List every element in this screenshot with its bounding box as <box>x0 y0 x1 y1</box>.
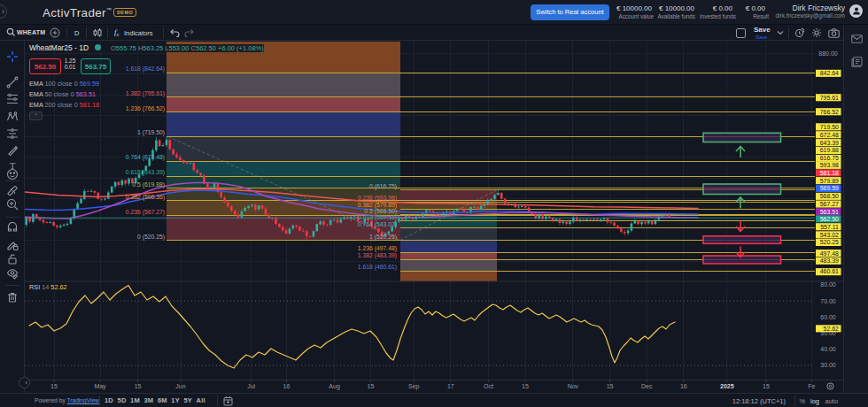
svg-text:569.59: 569.59 <box>820 185 839 191</box>
svg-text:0 (520.25): 0 (520.25) <box>137 234 165 241</box>
svg-text:795.61: 795.61 <box>820 95 839 101</box>
svg-text:Oct: Oct <box>484 383 493 389</box>
svg-text:16: 16 <box>283 383 291 389</box>
svg-text:Nov: Nov <box>568 383 579 389</box>
svg-text:15: 15 <box>763 383 770 389</box>
svg-text:Jun: Jun <box>175 383 185 389</box>
svg-text:568.50: 568.50 <box>820 193 839 199</box>
svg-text:1.618 (842.64): 1.618 (842.64) <box>126 65 165 73</box>
svg-text:672.48: 672.48 <box>820 132 839 138</box>
svg-text:80.00: 80.00 <box>820 281 836 288</box>
svg-text:52.62: 52.62 <box>824 326 839 332</box>
svg-text:0.618 (643.39): 0.618 (643.39) <box>126 169 165 176</box>
svg-text:0.764 (672.48): 0.764 (672.48) <box>126 154 165 161</box>
svg-text:562.50: 562.50 <box>820 216 839 222</box>
svg-text:1.236 (766.52): 1.236 (766.52) <box>126 105 165 112</box>
svg-text:0 (616.75): 0 (616.75) <box>369 183 397 190</box>
svg-text:880.00: 880.00 <box>818 50 838 57</box>
svg-text:0.618 (557.11): 0.618 (557.11) <box>358 214 397 221</box>
svg-text:15: 15 <box>135 383 142 389</box>
svg-text:483.39: 483.39 <box>820 257 839 264</box>
svg-text:579.89: 579.89 <box>820 178 839 184</box>
svg-text:643.39: 643.39 <box>820 140 839 146</box>
svg-text:1.382 (483.39): 1.382 (483.39) <box>358 252 397 259</box>
svg-text:460.61: 460.61 <box>820 268 839 274</box>
svg-text:497.48: 497.48 <box>820 250 839 257</box>
svg-text:30.00: 30.00 <box>820 362 836 368</box>
svg-text:619.88: 619.88 <box>820 147 839 153</box>
svg-text:70.00: 70.00 <box>820 298 836 304</box>
svg-text:593.98: 593.98 <box>820 162 839 168</box>
svg-text:1 (719.50): 1 (719.50) <box>137 129 165 136</box>
svg-text:May: May <box>94 383 106 390</box>
svg-text:766.52: 766.52 <box>820 109 839 115</box>
svg-text:563.51: 563.51 <box>820 209 839 215</box>
svg-text:0.5 (619.88): 0.5 (619.88) <box>132 181 165 188</box>
svg-text:0.764 (543.02): 0.764 (543.02) <box>358 221 397 228</box>
svg-text:Jul: Jul <box>247 383 255 389</box>
svg-text:40.00: 40.00 <box>820 346 836 352</box>
svg-text:16: 16 <box>680 383 687 389</box>
svg-text:581.18: 581.18 <box>820 170 839 176</box>
svg-text:1.236 (497.48): 1.236 (497.48) <box>358 245 397 252</box>
svg-text:Aug: Aug <box>329 383 340 390</box>
svg-text:0.236 (567.27): 0.236 (567.27) <box>126 209 165 216</box>
svg-text:719.50: 719.50 <box>820 124 839 130</box>
svg-text:616.75: 616.75 <box>820 155 839 161</box>
svg-text:520.25: 520.25 <box>820 239 839 245</box>
svg-text:Sep: Sep <box>408 383 420 390</box>
svg-text:Dec: Dec <box>641 383 653 389</box>
svg-text:15: 15 <box>50 383 58 389</box>
svg-text:1 (520.25): 1 (520.25) <box>369 234 397 241</box>
svg-text:60.00: 60.00 <box>820 314 836 320</box>
svg-text:567.27: 567.27 <box>820 201 839 207</box>
svg-text:557.11: 557.11 <box>820 224 839 230</box>
svg-text:15: 15 <box>607 383 614 389</box>
svg-text:17: 17 <box>447 383 454 389</box>
svg-text:1.382 (795.61): 1.382 (795.61) <box>126 90 165 97</box>
svg-text:2025: 2025 <box>720 383 734 389</box>
svg-text:Fe: Fe <box>808 383 815 389</box>
svg-text:543.02: 543.02 <box>820 232 839 238</box>
svg-text:0.236 (593.98): 0.236 (593.98) <box>358 195 397 202</box>
svg-text:842.64: 842.64 <box>820 70 839 76</box>
svg-text:0.382 (596.36): 0.382 (596.36) <box>126 194 165 201</box>
svg-text:15: 15 <box>368 383 375 389</box>
svg-text:15: 15 <box>522 383 529 389</box>
svg-text:1.618 (460.61): 1.618 (460.61) <box>358 264 397 271</box>
